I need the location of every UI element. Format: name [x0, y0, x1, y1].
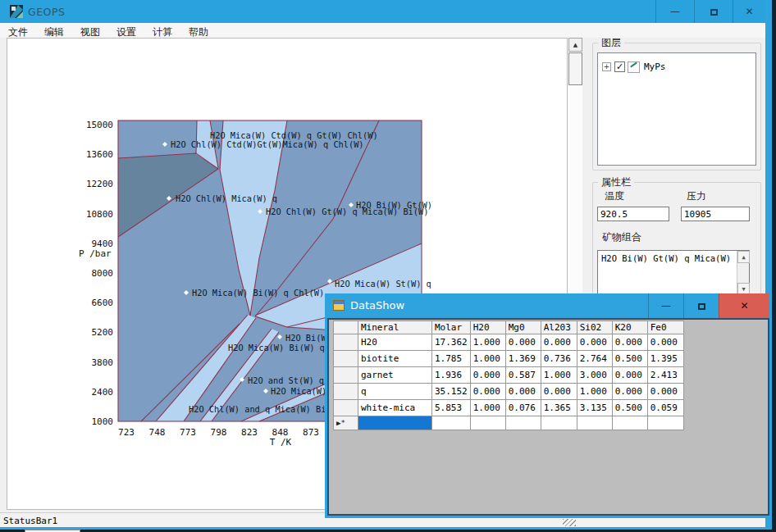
table-cell[interactable]: [612, 416, 647, 430]
assemblage-textbox[interactable]: H2O Bi(W) Gt(W) q Mica(W) ▲ ▼: [597, 250, 750, 296]
table-cell[interactable]: 0.500: [612, 351, 647, 367]
table-cell[interactable]: 0.000: [612, 384, 647, 400]
table-cell[interactable]: 0.000: [505, 334, 541, 351]
table-cell[interactable]: 5.853: [432, 400, 471, 416]
table-cell[interactable]: 1.000: [541, 367, 577, 384]
table-cell[interactable]: 3.000: [577, 367, 612, 384]
table-cell[interactable]: 0.076: [505, 400, 541, 416]
table-cell[interactable]: 35.152: [432, 384, 471, 400]
table-cell[interactable]: 1.000: [470, 351, 505, 367]
grid-column-header-fe0[interactable]: Fe0: [647, 321, 683, 334]
table-cell[interactable]: 0.000: [647, 384, 683, 400]
table-cell[interactable]: 1.365: [541, 400, 577, 416]
table-cell[interactable]: 1.000: [470, 334, 505, 351]
grid-column-header-mg0[interactable]: Mg0: [505, 321, 541, 334]
layer-checkbox[interactable]: ✓: [614, 61, 625, 72]
close-button[interactable]: ✕: [733, 0, 765, 23]
table-cell[interactable]: 0.736: [541, 351, 577, 367]
table-row: garnet1.9360.0000.5871.0003.0000.0002.41…: [334, 367, 684, 384]
datashow-close-button[interactable]: ✕: [719, 293, 769, 318]
grid-column-header-molar[interactable]: Molar: [432, 321, 471, 334]
table-cell[interactable]: [470, 416, 505, 430]
table-cell[interactable]: 2.764: [577, 351, 612, 367]
temperature-input[interactable]: [597, 207, 669, 221]
table-cell[interactable]: 17.362: [432, 334, 471, 351]
region-label: H2O Chl(W) and q Mica(W) Bi(W): [189, 404, 341, 414]
grid-row-header[interactable]: [334, 400, 358, 416]
table-cell[interactable]: 1.395: [647, 351, 683, 367]
table-cell[interactable]: 0.000: [541, 334, 577, 351]
table-cell[interactable]: 1.936: [432, 367, 471, 384]
grid-column-header-k20[interactable]: K20: [612, 321, 647, 334]
table-cell[interactable]: 0.000: [470, 367, 505, 384]
table-cell[interactable]: 0.500: [612, 400, 647, 416]
vertical-scroll-thumb[interactable]: [568, 52, 582, 85]
table-row: biotite1.7851.0001.3690.7362.7640.5001.3…: [334, 351, 684, 367]
assemblage-scrollbar[interactable]: ▲ ▼: [737, 251, 749, 295]
selected-cell[interactable]: [358, 416, 432, 430]
mineral-data-grid: MineralMolarH20Mg0Al203Si02K20Fe0H2017.3…: [333, 321, 684, 430]
layer-label: MyPs: [644, 61, 666, 72]
resize-grip[interactable]: [563, 519, 576, 526]
table-row: q35.1520.0000.0000.0001.0000.0000.000: [334, 384, 684, 400]
table-cell[interactable]: 0.000: [647, 334, 683, 351]
datashow-window: DataShow — ✕ MineralMolarH20Mg0Al203Si02…: [325, 293, 772, 518]
properties-title: 属性栏: [598, 176, 634, 188]
minimize-button[interactable]: —: [655, 0, 694, 23]
table-cell[interactable]: 0.000: [470, 384, 505, 400]
x-axis-label: T /K: [270, 437, 292, 448]
y-tick: 9400: [92, 239, 114, 249]
table-cell[interactable]: H20: [358, 334, 432, 351]
datashow-minimize-button[interactable]: —: [648, 293, 683, 318]
datashow-maximize-icon: [698, 303, 705, 310]
table-cell[interactable]: [647, 416, 683, 430]
grid-row-header[interactable]: [334, 334, 358, 351]
maximize-button[interactable]: [694, 0, 733, 23]
scroll-up-button[interactable]: ▲: [568, 38, 582, 52]
table-cell[interactable]: 1.785: [432, 351, 471, 367]
titlebar[interactable]: GEOPS — ✕: [0, 0, 772, 23]
grid-column-header-mineral[interactable]: Mineral: [358, 321, 432, 334]
table-cell[interactable]: 0.000: [612, 367, 647, 384]
x-tick: 773: [180, 427, 196, 438]
grid-row-header[interactable]: [334, 351, 358, 367]
table-cell[interactable]: [505, 416, 541, 430]
grid-column-header-h20[interactable]: H20: [470, 321, 505, 334]
table-cell[interactable]: 0.587: [505, 367, 541, 384]
table-cell[interactable]: garnet: [358, 367, 432, 384]
grid-column-header-si02[interactable]: Si02: [577, 321, 612, 334]
table-cell[interactable]: 0.000: [541, 384, 577, 400]
layer-item-myps[interactable]: +✓MyPs: [602, 58, 666, 71]
assemblage-scroll-up-icon[interactable]: ▲: [737, 251, 750, 263]
table-cell[interactable]: 0.000: [577, 334, 612, 351]
table-cell[interactable]: [541, 416, 577, 430]
table-cell[interactable]: 2.413: [647, 367, 683, 384]
datashow-titlebar[interactable]: DataShow — ✕: [325, 293, 772, 318]
layers-tree: +✓MyPs: [597, 52, 756, 166]
table-cell[interactable]: q: [358, 384, 432, 400]
grid-row-header[interactable]: [334, 384, 358, 400]
table-cell[interactable]: 0.000: [505, 384, 541, 400]
table-cell[interactable]: 1.000: [470, 400, 505, 416]
table-cell[interactable]: 1.000: [577, 384, 612, 400]
x-tick: 748: [149, 427, 166, 438]
table-cell[interactable]: [577, 416, 612, 430]
table-cell[interactable]: [432, 416, 471, 430]
layer-edit-icon: [628, 61, 640, 73]
pressure-input[interactable]: [681, 207, 750, 221]
x-tick: 873: [303, 427, 319, 438]
table-cell[interactable]: 3.135: [577, 400, 612, 416]
table-cell[interactable]: 1.369: [505, 351, 541, 367]
table-cell[interactable]: 0.059: [647, 400, 683, 416]
table-cell[interactable]: 0.000: [612, 334, 647, 351]
grid-column-header-al203[interactable]: Al203: [541, 321, 577, 334]
layers-title: 图层: [598, 37, 624, 48]
grid-row-header[interactable]: [334, 367, 358, 384]
table-cell[interactable]: white-mica: [358, 400, 432, 416]
new-row-indicator: ▶*: [334, 416, 358, 430]
table-cell[interactable]: biotite: [358, 351, 432, 367]
datashow-maximize-button[interactable]: [683, 293, 719, 318]
region-label: H2O Chl(W) Ctd(W)Gt(W)Mica(W) q Chl(W): [171, 139, 364, 149]
layers-groupbox: 图层 +✓MyPs: [592, 43, 761, 171]
tree-expand-icon[interactable]: +: [602, 62, 611, 71]
